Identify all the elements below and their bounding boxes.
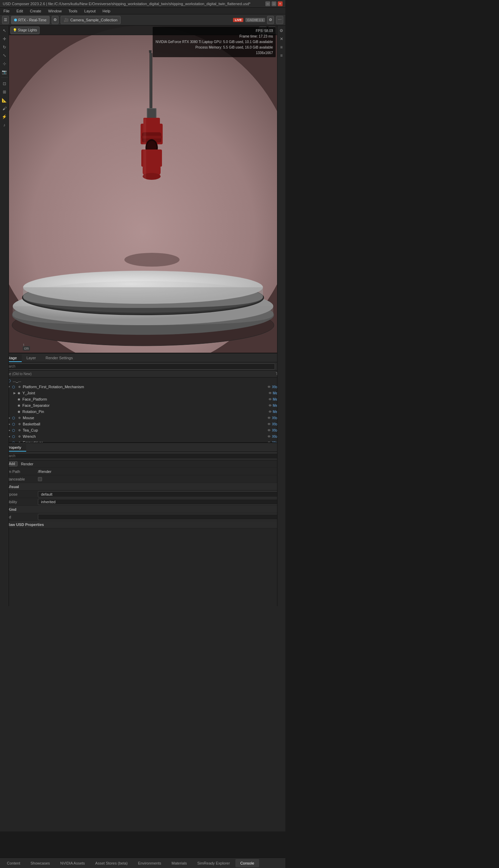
tree-item-screwdriver[interactable]: ▶ ⬡ ⚙ Screwdriver 👁 Xform (0, 440, 285, 442)
kind-section-header[interactable]: ▼ Kind (0, 506, 285, 513)
prim-type-value: Render (21, 462, 33, 466)
fp-icon: ◉ (17, 397, 21, 402)
tc-eye[interactable]: 👁 (266, 428, 272, 432)
close-button[interactable]: ✕ (278, 1, 283, 6)
platform-eye[interactable]: 👁 (266, 385, 272, 389)
root-label: ..._... (13, 379, 278, 383)
tab-nvidia-assets[interactable]: NVIDIA Assets (55, 859, 90, 867)
menu-edit[interactable]: Edit (15, 8, 24, 14)
paint-btn[interactable]: 🖌 (1, 105, 8, 112)
property-search-input[interactable] (2, 453, 283, 459)
scene-viewport (9, 25, 277, 353)
fp-eye[interactable]: 👁 (267, 397, 273, 401)
wr-eye[interactable]: 👁 (266, 435, 272, 438)
tree-item-basketball[interactable]: ▶ ⬡ ⚙ Basketball 👁 Xform (0, 421, 285, 427)
maximize-button[interactable]: □ (272, 1, 276, 6)
tab-layer[interactable]: Layer (22, 354, 41, 362)
snap-btn[interactable]: ⊡ (1, 80, 8, 87)
right-settings-btn[interactable]: ⚙ (278, 27, 285, 34)
tree-item-mouse[interactable]: ▶ ⬡ ⚙ Mouse 👁 Xform (0, 415, 285, 421)
platform-label: Platform_First_Rotation_Mechanism (23, 385, 266, 389)
tree-item-wrench[interactable]: ▶ ⬡ ⚙ Wrench 👁 Xform (0, 433, 285, 440)
raw-usd-section-header[interactable]: ▶ Raw USD Properties (0, 521, 285, 528)
render-settings-btn[interactable]: ⚙ (52, 16, 59, 24)
rotate-tool-btn[interactable]: ↻ (1, 43, 8, 51)
tab-render-settings[interactable]: Render Settings (41, 354, 78, 362)
right-extra-btn1[interactable]: ≡ (278, 43, 285, 51)
toolbar-icon-btn[interactable]: ☰ (2, 16, 9, 24)
move-tool-btn[interactable]: ✛ (1, 35, 8, 43)
cache-badge: CACHE 1:1 (245, 18, 265, 22)
audio-btn[interactable]: ♪ (1, 121, 8, 129)
svg-point-8 (124, 253, 180, 267)
live-badge[interactable]: LIVE (233, 18, 243, 22)
grid-btn[interactable]: ⊞ (1, 88, 8, 96)
menu-tools[interactable]: Tools (67, 8, 79, 14)
tab-console[interactable]: Console (235, 859, 259, 867)
select-tool-btn[interactable]: ↖ (1, 27, 8, 34)
tab-content[interactable]: Content (2, 859, 25, 867)
mouse-eye[interactable]: 👁 (266, 416, 272, 420)
purpose-select[interactable]: default render proxy guide (38, 491, 282, 497)
tree-item-yjoint[interactable]: ▶ ◉ Y_Joint 👁 Mesh (0, 390, 285, 396)
yjoint-icon: ◉ (17, 391, 21, 395)
right-close-btn[interactable]: ✕ (278, 35, 285, 43)
viewport[interactable]: 💡 Stage Lights ⚙ ✕ FPS: 58.03 Frame time… (9, 25, 277, 353)
transform-tool-btn[interactable]: ⊹ (1, 60, 8, 68)
tree-item-root[interactable]: ▶ ⬡ ..._... 👁 (0, 378, 285, 384)
tree-item-face-platform[interactable]: ◉ Face_Platform 👁 Mesh (0, 396, 285, 402)
tab-environments[interactable]: Environments (133, 859, 166, 867)
measure-btn[interactable]: 📐 (1, 96, 8, 104)
right-sidebar: ⚙ ✕ ≡ ≡ (277, 25, 285, 606)
extra-btn[interactable]: ⋯ (276, 16, 283, 24)
tree-item-teacup[interactable]: ▶ ⬡ ⚙ Tea_Cup 👁 Xform (0, 427, 285, 433)
render-mode-button[interactable]: RTX - Real-Time (11, 16, 50, 24)
render-mode-dot (14, 19, 17, 21)
wr-label: Wrench (23, 434, 266, 438)
stage-lights-btn[interactable]: 💡 Stage Lights (10, 27, 40, 34)
right-extra-btn2[interactable]: ≡ (278, 52, 285, 59)
kind-select[interactable]: component group assembly (38, 514, 282, 520)
menu-file[interactable]: File (2, 8, 11, 14)
rp-arrow (12, 410, 17, 413)
tree-item-face-separator[interactable]: ◉ Face_Separator 👁 Mesh (0, 402, 285, 409)
menu-help[interactable]: Help (101, 8, 112, 14)
fs-eye[interactable]: 👁 (267, 404, 273, 407)
mouse-icon1: ⬡ (11, 415, 16, 420)
visual-section-header[interactable]: ▼ Visual (0, 483, 285, 490)
resolution-stat: 1336x1667 (155, 50, 273, 56)
tab-simready[interactable]: SimReady Explorer (192, 859, 235, 867)
mouse-icon2: ⚙ (17, 415, 22, 420)
tree-item-platform[interactable]: ▼ ⬡ ⚙ Platform_First_Rotation_Mechanism … (0, 384, 285, 390)
physics-btn[interactable]: ⚡ (1, 113, 8, 121)
tc-icon2: ⚙ (17, 428, 22, 433)
menu-window[interactable]: Window (47, 8, 63, 14)
rp-eye[interactable]: 👁 (267, 410, 273, 414)
stage-search-input[interactable] (2, 363, 275, 370)
prop-add-row: + Add Render (0, 460, 285, 468)
fs-arrow (12, 404, 17, 407)
tab-asset-stores[interactable]: Asset Stores (beta) (90, 859, 132, 867)
bb-eye[interactable]: 👁 (266, 422, 272, 426)
tc-label: Tea_Cup (23, 428, 266, 432)
scale-tool-btn[interactable]: ⤡ (1, 52, 8, 59)
menu-create[interactable]: Create (29, 8, 43, 14)
tab-showcases[interactable]: Showcases (26, 859, 55, 867)
bb-label: Basketball (23, 422, 266, 426)
settings-right-btn[interactable]: ⚙ (267, 16, 274, 24)
yjoint-eye[interactable]: 👁 (267, 391, 273, 395)
visibility-select[interactable]: inherited visible invisible (38, 499, 282, 505)
menu-layout[interactable]: Layout (83, 8, 97, 14)
fs-icon: ◉ (17, 403, 21, 408)
camera-tool-btn[interactable]: 📷 (1, 68, 8, 76)
memory-stat: Process Memory: 5.5 GiB used, 16.0 GiB a… (155, 45, 273, 50)
main-toolbar: ☰ RTX - Real-Time ⚙ 🎥 Camera_Sample_Coll… (0, 14, 285, 25)
unit-label: cm (23, 346, 30, 351)
purpose-row: Purpose default render proxy guide (0, 490, 285, 498)
tree-item-rotation-pin[interactable]: ◉ Rotation_Pin 👁 Mesh (0, 409, 285, 415)
stage-search-bar: ▼ ≡ (0, 362, 285, 371)
minimize-button[interactable]: ─ (265, 1, 270, 6)
tab-materials[interactable]: Materials (167, 859, 192, 867)
camera-button[interactable]: 🎥 Camera_Sample_Collection (61, 16, 121, 24)
instanceable-checkbox[interactable] (38, 477, 42, 481)
